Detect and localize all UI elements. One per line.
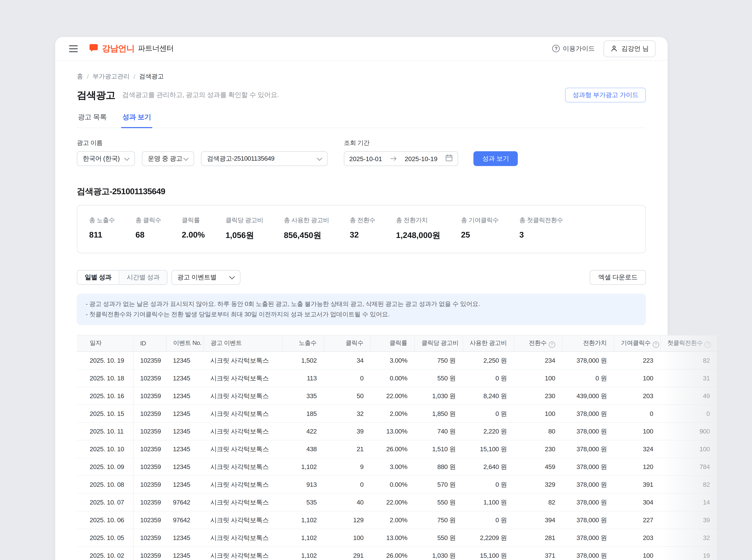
table-cell: 570 원 — [414, 476, 463, 493]
table-cell: 100 — [660, 440, 717, 458]
table-cell: 1,102 — [282, 529, 324, 546]
table-cell: 32 — [660, 529, 717, 546]
table-cell: 0.00% — [370, 476, 414, 493]
table-cell: 102359 — [133, 476, 166, 493]
usage-guide-link[interactable]: ? 이용가이드 — [552, 44, 595, 53]
table-cell: 2025. 10. 07 — [77, 493, 133, 511]
table-row: 2025. 10. 1910235912345시크릿 사각턱보톡스1,50234… — [77, 351, 717, 369]
user-name: 김강언 님 — [622, 44, 649, 53]
period-label: 조회 기간 — [344, 139, 518, 147]
column-header: 사용한 광고비 — [463, 335, 514, 351]
column-header: 클릭수 — [324, 335, 370, 351]
table-cell: 0 — [614, 404, 660, 422]
table-row: 2025. 10. 0810235912345시크릿 사각턱보톡스91300.0… — [77, 476, 717, 493]
logo-icon — [89, 43, 99, 55]
table-cell: 시크릿 사각턱보톡스 — [203, 511, 282, 529]
view-performance-button[interactable]: 성과 보기 — [473, 151, 518, 166]
table-cell: 시크릿 사각턱보톡스 — [203, 422, 282, 440]
table-cell: 1,102 — [282, 546, 324, 560]
performance-ad-guide-button[interactable]: 성과형 부가광고 가이드 — [565, 88, 646, 102]
table-cell: 12345 — [166, 422, 203, 440]
table-cell: 913 — [282, 476, 324, 493]
date-start-value[interactable]: 2025-10-01 — [349, 155, 382, 162]
language-select[interactable]: 한국어 (한국) — [77, 151, 135, 166]
excel-download-button[interactable]: 엑셀 다운로드 — [590, 270, 646, 285]
table-cell: 2025. 10. 10 — [77, 440, 133, 458]
report-title: 검색광고-251001135649 — [77, 186, 646, 197]
stat-item: 총 기여클릭수25 — [461, 216, 499, 239]
tab-ad-list[interactable]: 광고 목록 — [77, 108, 107, 128]
help-icon[interactable]: ? — [549, 341, 555, 347]
table-cell: 시크릿 사각턱보톡스 — [203, 476, 282, 493]
table-cell: 15,100 원 — [463, 546, 514, 560]
breadcrumb-item[interactable]: 검색광고 — [139, 72, 164, 81]
event-type-select-value: 광고 이벤트별 — [177, 273, 217, 282]
view-tab-daily[interactable]: 일별 성과 — [77, 271, 119, 284]
table-cell: 32 — [324, 404, 370, 422]
table-cell: 0 원 — [463, 369, 514, 387]
table-cell: 900 — [660, 422, 717, 440]
table-cell: 459 — [514, 458, 562, 476]
help-icon[interactable]: ? — [652, 341, 659, 347]
stat-value: 811 — [89, 230, 115, 239]
column-header-label: 사용한 광고비 — [470, 340, 507, 346]
table-cell: 2025. 10. 19 — [77, 351, 133, 369]
stat-item: 총 첫클릭전환수3 — [519, 216, 563, 239]
page-subtitle: 검색광고를 관리하고, 광고의 성과를 확인할 수 있어요. — [122, 91, 565, 100]
user-account-button[interactable]: 김강언 님 — [604, 40, 656, 57]
breadcrumb-item[interactable]: 부가광고관리 — [93, 72, 130, 81]
event-type-select[interactable]: 광고 이벤트별 — [171, 270, 241, 285]
table-row: 2025. 10. 1010235912345시크릿 사각턱보톡스4382126… — [77, 440, 717, 458]
table-cell: 102359 — [133, 387, 166, 404]
column-header-label: 일자 — [90, 340, 102, 346]
table-cell: 281 — [514, 529, 562, 546]
table-cell: 102359 — [133, 422, 166, 440]
chevron-down-icon — [317, 155, 322, 162]
help-icon[interactable]: ? — [705, 341, 711, 347]
question-circle-icon: ? — [552, 45, 560, 52]
ad-select[interactable]: 검색광고-251001135649 — [201, 151, 328, 166]
logo[interactable]: 강남언니 파트너센터 — [89, 43, 174, 55]
stat-value: 3 — [519, 230, 563, 239]
table-cell: 880 원 — [414, 458, 463, 476]
table-cell: 시크릿 사각턱보톡스 — [203, 351, 282, 369]
column-header: 광고 이벤트 — [203, 335, 282, 351]
table-cell: 1,502 — [282, 351, 324, 369]
table-row: 2025. 10. 1610235912345시크릿 사각턱보톡스3355022… — [77, 387, 717, 404]
ad-status-select[interactable]: 운영 중 광고 — [142, 151, 194, 166]
table-cell: 12345 — [166, 458, 203, 476]
calendar-icon[interactable] — [445, 154, 453, 163]
table-cell: 39 — [660, 511, 717, 529]
column-header-label: 기여클릭수 — [621, 339, 651, 346]
breadcrumb-item[interactable]: 홈 — [77, 72, 83, 81]
report-table-container[interactable]: 일자ID이벤트 No.광고 이벤트노출수클릭수클릭률클릭당 광고비사용한 광고비… — [77, 335, 717, 560]
date-range-picker[interactable]: 2025-10-01 2025-10-19 — [344, 151, 458, 166]
table-cell: 203 — [614, 529, 660, 546]
table-cell: 12345 — [166, 476, 203, 493]
table-cell: 1,102 — [282, 458, 324, 476]
logo-text: 강남언니 — [102, 43, 135, 54]
column-header-label: 전환수 — [529, 339, 547, 346]
column-header-label: 클릭률 — [389, 340, 407, 346]
column-header: 노출수 — [282, 335, 324, 351]
page-background: 강남언니 파트너센터 ? 이용가이드 김강언 님 홈/부가광고관리/검색광고 — [0, 0, 752, 560]
table-row: 2025. 10. 1510235912345시크릿 사각턱보톡스185322.… — [77, 404, 717, 422]
table-cell: 1,030 원 — [414, 387, 463, 404]
topbar: 강남언니 파트너센터 ? 이용가이드 김강언 님 — [55, 37, 668, 61]
stat-label: 총 전환가치 — [396, 216, 440, 225]
table-cell: 2025. 10. 18 — [77, 369, 133, 387]
view-tabs: 일별 성과시간별 성과 — [77, 270, 167, 285]
date-end-value[interactable]: 2025-10-19 — [405, 155, 438, 162]
column-header: 전환가치 — [562, 335, 614, 351]
menu-icon[interactable] — [67, 43, 80, 54]
table-cell: 2025. 10. 08 — [77, 476, 133, 493]
view-tab-hourly[interactable]: 시간별 성과 — [119, 271, 167, 284]
table-cell: 230 — [514, 387, 562, 404]
breadcrumb-separator: / — [134, 73, 135, 80]
table-cell: 82 — [660, 476, 717, 493]
table-cell: 15,100 원 — [463, 440, 514, 458]
table-cell: 0 원 — [463, 476, 514, 493]
table-cell: 234 — [514, 351, 562, 369]
stat-value: 2.00% — [182, 230, 205, 239]
tab-performance-view[interactable]: 성과 보기 — [121, 108, 152, 128]
